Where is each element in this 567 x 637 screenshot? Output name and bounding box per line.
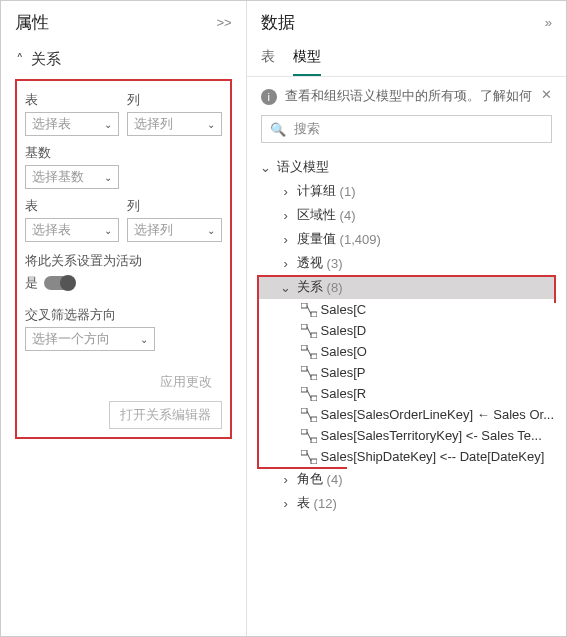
select-table-1-placeholder: 选择表: [32, 115, 71, 133]
chevron-down-icon: ⌄: [207, 225, 215, 236]
relationship-item[interactable]: Sales[SalesTerritoryKey] <- Sales Te...: [257, 425, 556, 446]
chevron-right-icon: ›: [279, 184, 293, 199]
chevron-right-icon: ›: [279, 496, 293, 511]
relationship-item[interactable]: Sales[R: [257, 383, 556, 404]
tree-roles[interactable]: › 角色(4): [257, 467, 556, 491]
svg-rect-21: [301, 450, 307, 455]
relationship-item[interactable]: Sales[C: [257, 299, 556, 320]
info-icon: i: [261, 89, 277, 105]
select-column-2-placeholder: 选择列: [134, 221, 173, 239]
relationship-text: Sales[R: [321, 386, 367, 401]
svg-line-11: [307, 369, 311, 377]
relationship-item[interactable]: Sales[D: [257, 320, 556, 341]
tree-label: 度量值: [297, 230, 336, 248]
crossfilter-placeholder: 选择一个方向: [32, 330, 110, 348]
relationship-form-highlight: 表 选择表 ⌄ 列 选择列 ⌄ 基数: [15, 79, 232, 439]
select-table-1-dropdown[interactable]: 选择表 ⌄: [25, 112, 119, 136]
search-placeholder: 搜索: [294, 120, 320, 138]
chevron-down-icon: ⌄: [140, 334, 148, 345]
relationship-text: Sales[O: [321, 344, 367, 359]
select-column-1-placeholder: 选择列: [134, 115, 173, 133]
svg-rect-16: [311, 417, 317, 422]
svg-rect-12: [301, 387, 307, 392]
tree-label: 区域性: [297, 206, 336, 224]
relationship-item[interactable]: Sales[O: [257, 341, 556, 362]
chevron-down-icon: ⌄: [259, 160, 273, 175]
tree-label: 计算组: [297, 182, 336, 200]
relationship-item[interactable]: Sales[P: [257, 362, 556, 383]
tree-regional[interactable]: › 区域性(4): [257, 203, 556, 227]
search-input[interactable]: 🔍 搜索: [261, 115, 552, 143]
svg-line-5: [307, 327, 311, 335]
chevron-up-icon: ˄: [15, 51, 25, 69]
tree-perspectives[interactable]: › 透视(3): [257, 251, 556, 275]
tree-label: 透视: [297, 254, 323, 272]
relationship-text: Sales[C: [321, 302, 367, 317]
relationship-text: Sales[SalesTerritoryKey] <- Sales Te...: [321, 428, 542, 443]
search-icon: 🔍: [270, 122, 286, 137]
apply-changes-button[interactable]: 应用更改: [150, 369, 222, 395]
relationship-section-header[interactable]: ˄ 关系: [15, 50, 232, 69]
chevron-right-icon: ›: [279, 472, 293, 487]
select-column-1-dropdown[interactable]: 选择列 ⌄: [127, 112, 221, 136]
svg-rect-1: [311, 312, 317, 317]
tree-calc-groups[interactable]: › 计算组(1): [257, 179, 556, 203]
column-label-2: 列: [127, 197, 221, 215]
table-label-1: 表: [25, 91, 119, 109]
tab-model[interactable]: 模型: [293, 48, 321, 76]
relationship-item[interactable]: Sales[SalesOrderLineKey] ← Sales Or...: [257, 404, 556, 425]
collapse-properties-icon[interactable]: >>: [216, 15, 231, 30]
svg-line-14: [307, 390, 311, 398]
relationship-icon: [301, 429, 317, 443]
tree-measures[interactable]: › 度量值(1,409): [257, 227, 556, 251]
svg-line-8: [307, 348, 311, 356]
tree-relationships[interactable]: ⌄ 关系(8): [257, 275, 556, 299]
active-value: 是: [25, 274, 38, 292]
relationship-icon: [301, 387, 317, 401]
tree-count: (12): [314, 496, 337, 511]
select-table-2-dropdown[interactable]: 选择表 ⌄: [25, 218, 119, 242]
relationship-item[interactable]: Sales[ShipDateKey] <-- Date[DateKey]: [257, 446, 556, 467]
relationship-text: Sales[P: [321, 365, 366, 380]
properties-panel: 属性 >> ˄ 关系 表 选择表 ⌄ 列 选择列 ⌄: [1, 1, 247, 636]
info-text: 查看和组织语义模型中的所有项。了解如何: [285, 87, 533, 105]
relationship-icon: [301, 303, 317, 317]
relationship-icon: [301, 345, 317, 359]
tree-count: (4): [327, 472, 343, 487]
svg-line-20: [307, 432, 311, 440]
properties-title: 属性: [15, 11, 49, 34]
svg-line-17: [307, 411, 311, 419]
crossfilter-label: 交叉筛选器方向: [25, 306, 222, 324]
svg-rect-7: [311, 354, 317, 359]
relationship-icon: [301, 450, 317, 464]
chevron-down-icon: ⌄: [104, 172, 112, 183]
tree-root[interactable]: ⌄ 语义模型: [257, 155, 556, 179]
tree-count: (8): [327, 280, 343, 295]
select-cardinality-dropdown[interactable]: 选择基数 ⌄: [25, 165, 119, 189]
svg-rect-6: [301, 345, 307, 350]
svg-rect-22: [311, 459, 317, 464]
svg-rect-3: [301, 324, 307, 329]
chevron-right-icon: ›: [279, 256, 293, 271]
close-info-icon[interactable]: ✕: [541, 87, 552, 102]
tree-count: (3): [327, 256, 343, 271]
select-table-2-placeholder: 选择表: [32, 221, 71, 239]
collapse-data-icon[interactable]: »: [545, 15, 552, 30]
open-relationship-editor-button[interactable]: 打开关系编辑器: [109, 401, 222, 429]
column-label-1: 列: [127, 91, 221, 109]
chevron-down-icon: ⌄: [104, 225, 112, 236]
active-toggle[interactable]: [44, 276, 74, 290]
svg-rect-19: [311, 438, 317, 443]
active-relationship-label: 将此关系设置为活动: [25, 252, 222, 270]
chevron-down-icon: ⌄: [104, 119, 112, 130]
relationship-icon: [301, 366, 317, 380]
tab-tables[interactable]: 表: [261, 48, 275, 76]
svg-rect-18: [301, 429, 307, 434]
tree-count: (1): [340, 184, 356, 199]
tree-label: 关系: [297, 278, 323, 296]
crossfilter-dropdown[interactable]: 选择一个方向 ⌄: [25, 327, 155, 351]
select-column-2-dropdown[interactable]: 选择列 ⌄: [127, 218, 221, 242]
tree-root-label: 语义模型: [277, 158, 329, 176]
tree-tables[interactable]: › 表(12): [257, 491, 556, 515]
chevron-right-icon: ›: [279, 208, 293, 223]
